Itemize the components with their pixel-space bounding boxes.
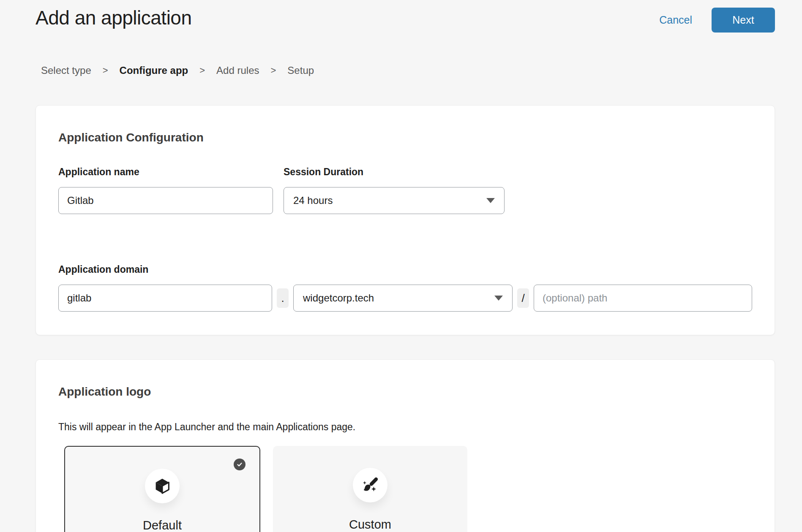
chevron-down-icon bbox=[486, 198, 495, 203]
selected-check-badge bbox=[234, 459, 246, 470]
logo-option-custom[interactable]: Custom bbox=[273, 446, 467, 532]
session-duration-label: Session Duration bbox=[284, 166, 505, 178]
breadcrumb: Select type > Configure app > Add rules … bbox=[41, 65, 802, 76]
breadcrumb-step-select-type[interactable]: Select type bbox=[41, 65, 91, 76]
application-configuration-card: Application Configuration Application na… bbox=[35, 105, 775, 335]
page-title: Add an application bbox=[35, 6, 192, 30]
breadcrumb-separator: > bbox=[199, 65, 205, 76]
domain-select[interactable]: widgetcorp.tech bbox=[293, 285, 513, 312]
next-button[interactable]: Next bbox=[712, 8, 775, 33]
slash-separator: / bbox=[517, 288, 529, 308]
custom-logo-label: Custom bbox=[349, 518, 391, 532]
custom-logo-circle bbox=[353, 468, 387, 502]
breadcrumb-step-configure-app[interactable]: Configure app bbox=[120, 65, 188, 76]
application-name-label: Application name bbox=[58, 166, 273, 178]
default-logo-circle bbox=[145, 469, 180, 503]
dot-separator: . bbox=[277, 288, 289, 308]
subdomain-input[interactable] bbox=[58, 285, 272, 312]
check-icon bbox=[236, 461, 243, 468]
cancel-button[interactable]: Cancel bbox=[659, 14, 692, 26]
breadcrumb-separator: > bbox=[271, 65, 276, 76]
session-duration-field-group: Session Duration 24 hours bbox=[284, 166, 505, 214]
application-name-field-group: Application name bbox=[58, 166, 273, 214]
paintbrush-icon bbox=[361, 476, 379, 494]
application-configuration-heading: Application Configuration bbox=[58, 106, 752, 144]
cube-icon bbox=[153, 477, 172, 495]
breadcrumb-step-add-rules[interactable]: Add rules bbox=[216, 65, 259, 76]
default-logo-label: Default bbox=[143, 518, 182, 532]
session-duration-value: 24 hours bbox=[293, 195, 333, 206]
header-actions: Cancel Next bbox=[659, 8, 775, 33]
page-header: Add an application Cancel Next bbox=[0, 0, 802, 33]
session-duration-select[interactable]: 24 hours bbox=[284, 187, 505, 214]
chevron-down-icon bbox=[494, 296, 503, 301]
application-logo-card: Application logo This will appear in the… bbox=[35, 359, 775, 532]
application-name-input[interactable] bbox=[58, 187, 273, 214]
path-input[interactable] bbox=[534, 285, 752, 312]
logo-option-default[interactable]: Default bbox=[64, 446, 260, 532]
breadcrumb-step-setup[interactable]: Setup bbox=[287, 65, 314, 76]
breadcrumb-separator: > bbox=[103, 65, 108, 76]
domain-select-value: widgetcorp.tech bbox=[303, 292, 374, 304]
application-logo-heading: Application logo bbox=[58, 360, 752, 399]
logo-option-tiles: Default Custom bbox=[64, 446, 752, 532]
application-logo-description: This will appear in the App Launcher and… bbox=[58, 421, 752, 433]
application-domain-row: . widgetcorp.tech / bbox=[58, 285, 752, 312]
application-domain-label: Application domain bbox=[58, 264, 752, 275]
